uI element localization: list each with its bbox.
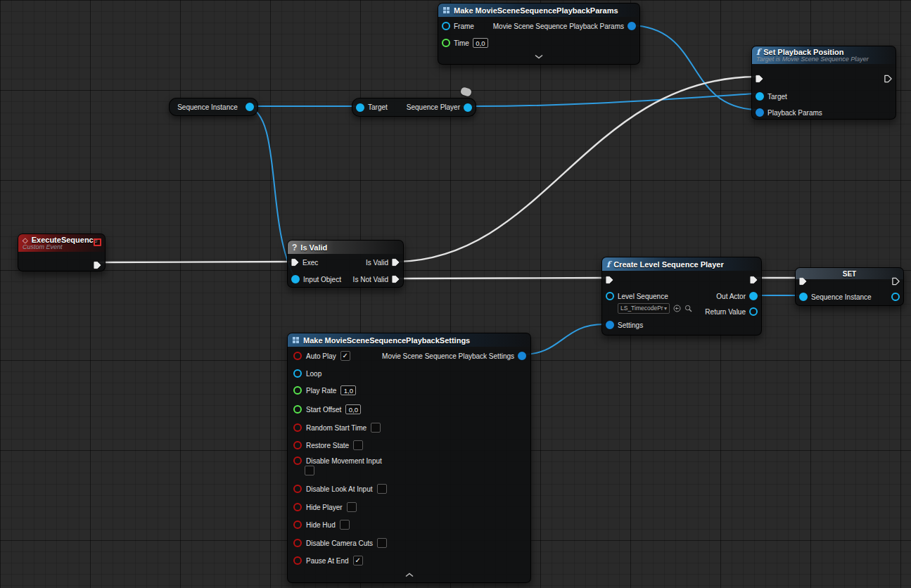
chevron-down-icon: ▾ [664,305,667,312]
node-header[interactable]: f Set Playback Position Target is Movie … [752,46,896,64]
hide-hud-checkbox[interactable] [340,520,350,530]
node-title: Make MovieSceneSequencePlaybackParams [454,6,618,15]
exec-out-pin[interactable] [892,277,900,286]
pin-target-input[interactable] [756,92,764,101]
pin-sequence-instance-output[interactable] [246,103,254,111]
pin-target-input[interactable] [356,103,364,112]
pin-disable-camera-cuts[interactable] [293,539,302,547]
pin-input-object[interactable] [291,275,300,283]
pin-auto-play[interactable] [293,352,302,360]
variable-name: Sequence Instance [173,103,242,111]
asset-picker-dropdown[interactable]: LS_TimecodePr ▾ [618,303,670,314]
random-start-time-checkbox[interactable] [371,423,381,433]
pin-restore-state[interactable] [293,441,302,449]
browse-asset-icon[interactable] [684,305,692,312]
wire-event-to-isvalid [100,262,291,262]
pin-auto-play-label: Auto Play [306,352,336,360]
event-icon: ◇ [23,236,28,244]
node-execute-sequence-event[interactable]: ◇ ExecuteSequence Custom Event [18,234,106,271]
question-mark-icon: ? [292,243,297,253]
disable-look-at-input-checkbox[interactable] [377,484,387,494]
node-create-level-sequence-player[interactable]: f Create Level Sequence Player Level Seq… [601,257,762,335]
pin-random-start-time-label: Random Start Time [306,424,367,432]
pin-disable-movement-input[interactable] [293,456,302,465]
exec-out-pin[interactable] [94,261,101,269]
pin-level-sequence-input[interactable] [606,292,614,300]
pin-sequence-instance-label: Sequence Instance [811,293,872,301]
node-make-playback-settings[interactable]: Make MovieSceneSequencePlaybackSettings … [287,333,531,583]
node-title: Make MovieSceneSequencePlaybackSettings [303,336,470,345]
pin-frame-label: Frame [454,23,474,30]
pin-is-not-valid-label: Is Not Valid [353,276,388,283]
function-icon: f [606,261,610,268]
pin-restore-state-label: Restore State [306,442,349,449]
node-get-sequence-instance[interactable]: Sequence Instance [169,98,258,116]
exec-in-pin[interactable] [291,258,299,267]
restore-state-checkbox[interactable] [353,440,363,450]
pause-at-end-checkbox[interactable] [353,556,363,565]
node-header[interactable]: ? Is Valid [288,241,403,254]
pin-playback-params-input[interactable] [756,108,764,117]
pin-sequence-player-output[interactable] [464,103,472,112]
pin-hide-hud[interactable] [293,520,302,529]
pin-time-label: Time [454,39,469,47]
node-header[interactable]: Make MovieSceneSequencePlaybackParams [438,4,639,17]
node-header[interactable]: ◇ ExecuteSequence Custom Event [18,234,105,252]
pin-play-rate[interactable] [293,386,302,395]
node-header[interactable]: Make MovieSceneSequencePlaybackSettings [288,333,530,347]
pin-sequence-instance-input[interactable] [799,293,808,301]
exec-in-pin[interactable] [799,277,807,286]
pin-params-output[interactable] [627,22,636,30]
pin-loop-label: Loop [306,370,321,378]
pin-disable-movement-input-label: Disable Movement Input [306,457,382,465]
pin-target-label: Target [368,103,388,111]
function-icon: f [756,49,760,56]
pin-input-object-label: Input Object [303,276,341,283]
disable-movement-input-checkbox[interactable] [305,466,314,475]
exec-is-valid-pin[interactable] [392,258,400,267]
pin-hide-player[interactable] [293,503,302,511]
pin-disable-look-at-input[interactable] [293,485,302,493]
disable-camera-cuts-checkbox[interactable] [377,538,387,548]
pin-out-actor-output[interactable] [749,292,758,300]
pin-frame-input[interactable] [442,22,450,30]
blueprint-graph[interactable]: Make MovieSceneSequencePlaybackParams Fr… [0,0,911,588]
exec-in-pin[interactable] [756,75,763,83]
pin-sequence-instance-output[interactable] [891,293,900,301]
pin-settings-input[interactable] [606,321,614,329]
pin-time-input[interactable] [442,39,450,47]
pin-return-value-output[interactable] [749,307,758,316]
wire-sequence-player-to-target [462,94,756,106]
node-set-playback-position[interactable]: f Set Playback Position Target is Movie … [751,46,896,120]
node-is-valid[interactable]: ? Is Valid Exec Is Valid Input Object Is… [287,240,404,288]
delegate-pin[interactable] [94,238,101,246]
pin-start-offset[interactable] [293,405,302,414]
play-rate-input[interactable]: 1,0 [340,385,356,395]
time-value-input[interactable]: 0,0 [473,38,488,48]
pin-settings-output[interactable] [518,352,526,360]
pin-target-label: Target [767,93,787,101]
wire-isnotvalid-to-create [398,278,605,279]
pin-params-output-label: Movie Scene Sequence Playback Params [493,23,624,30]
pin-disable-camera-cuts-label: Disable Camera Cuts [306,539,373,547]
exec-out-pin[interactable] [750,276,758,284]
use-selected-asset-icon[interactable] [673,305,681,312]
exec-out-pin[interactable] [884,75,892,83]
hide-player-checkbox[interactable] [347,502,357,512]
pin-random-start-time[interactable] [293,423,302,432]
start-offset-input[interactable]: 0,0 [345,404,361,414]
exec-in-pin[interactable] [606,276,613,284]
node-header[interactable]: f Create Level Sequence Player [602,257,761,271]
node-subtitle: Custom Event [23,243,63,250]
pin-loop[interactable] [293,369,302,378]
node-set-sequence-instance[interactable]: SET Sequence Instance [795,267,904,306]
auto-play-checkbox[interactable] [340,351,350,361]
pin-pause-at-end[interactable] [293,556,302,565]
chevron-up-icon[interactable] [405,568,414,580]
node-get-sequence-player[interactable]: Target Sequence Player [352,98,476,117]
asset-name: LS_TimecodePr [620,305,663,312]
chevron-down-icon[interactable] [535,49,543,62]
exec-is-not-valid-pin[interactable] [392,275,400,283]
pin-level-sequence-label: Level Sequence [618,293,668,300]
node-make-playback-params[interactable]: Make MovieSceneSequencePlaybackParams Fr… [438,3,640,65]
